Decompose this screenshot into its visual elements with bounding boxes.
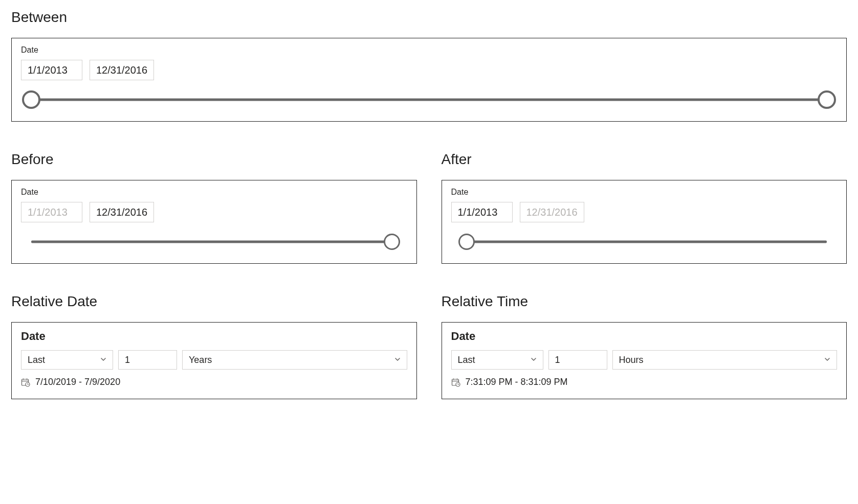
before-after-row: Before Date 1/1/2013 12/31/2016 After Da… xyxy=(11,151,847,264)
between-field-label: Date xyxy=(21,45,837,55)
after-end-date-input: 12/31/2016 xyxy=(520,202,584,222)
between-card: Date 1/1/2013 12/31/2016 xyxy=(11,38,847,122)
before-date-inputs: 1/1/2013 12/31/2016 xyxy=(21,202,407,222)
after-title: After xyxy=(442,151,847,168)
relative-date-range-display: 7/10/2019 - 7/9/2020 xyxy=(21,377,407,387)
before-start-date-input: 1/1/2013 xyxy=(21,202,82,222)
before-card: Date 1/1/2013 12/31/2016 xyxy=(11,180,417,264)
relative-time-controls: Last 1 Hours xyxy=(451,350,838,370)
relative-time-field-label: Date xyxy=(451,330,838,343)
after-slider-track xyxy=(471,241,827,243)
between-slider-handle-start[interactable] xyxy=(22,90,40,109)
relative-time-mode-value: Last xyxy=(458,355,475,365)
calendar-clock-icon xyxy=(21,378,30,387)
after-card: Date 1/1/2013 12/31/2016 xyxy=(442,180,847,264)
before-title: Before xyxy=(11,151,417,168)
between-slider-track xyxy=(31,99,827,101)
relative-time-count-input[interactable]: 1 xyxy=(548,350,607,370)
after-start-date-input[interactable]: 1/1/2013 xyxy=(451,202,513,222)
before-slider-track xyxy=(31,241,388,243)
chevron-down-icon xyxy=(394,356,401,364)
after-date-inputs: 1/1/2013 12/31/2016 xyxy=(451,202,838,222)
after-slider[interactable] xyxy=(451,232,838,252)
relative-time-mode-dropdown[interactable]: Last xyxy=(451,350,543,370)
between-title: Between xyxy=(11,9,847,26)
chevron-down-icon xyxy=(100,356,106,364)
relative-date-section: Relative Date Date Last 1 Years xyxy=(11,293,417,399)
before-end-date-input[interactable]: 12/31/2016 xyxy=(90,202,154,222)
relative-date-unit-dropdown[interactable]: Years xyxy=(182,350,407,370)
before-section: Before Date 1/1/2013 12/31/2016 xyxy=(11,151,417,264)
relative-date-mode-value: Last xyxy=(28,355,45,365)
after-slider-handle[interactable] xyxy=(458,234,475,250)
after-field-label: Date xyxy=(451,188,838,197)
between-section: Between Date 1/1/2013 12/31/2016 xyxy=(11,9,847,122)
before-slider[interactable] xyxy=(21,232,407,252)
relative-time-range-display: 7:31:09 PM - 8:31:09 PM xyxy=(451,377,838,387)
after-section: After Date 1/1/2013 12/31/2016 xyxy=(442,151,847,264)
before-slider-handle[interactable] xyxy=(384,234,400,250)
between-end-date-input[interactable]: 12/31/2016 xyxy=(90,60,154,80)
between-slider[interactable] xyxy=(21,89,837,110)
between-date-inputs: 1/1/2013 12/31/2016 xyxy=(21,60,837,80)
chevron-down-icon xyxy=(824,356,830,364)
relative-date-range-text: 7/10/2019 - 7/9/2020 xyxy=(35,377,120,387)
relative-time-section: Relative Time Date Last 1 Hours xyxy=(442,293,847,399)
relative-time-unit-dropdown[interactable]: Hours xyxy=(612,350,838,370)
between-slider-handle-end[interactable] xyxy=(818,90,836,109)
relative-date-count-input[interactable]: 1 xyxy=(118,350,177,370)
relative-date-card: Date Last 1 Years xyxy=(11,322,417,399)
relative-date-title: Relative Date xyxy=(11,293,417,310)
relative-row: Relative Date Date Last 1 Years xyxy=(11,293,847,399)
relative-date-unit-value: Years xyxy=(189,355,212,365)
relative-date-field-label: Date xyxy=(21,330,407,343)
chevron-down-icon xyxy=(531,356,537,364)
relative-date-controls: Last 1 Years xyxy=(21,350,407,370)
relative-date-mode-dropdown[interactable]: Last xyxy=(21,350,113,370)
relative-time-unit-value: Hours xyxy=(619,355,644,365)
between-start-date-input[interactable]: 1/1/2013 xyxy=(21,60,82,80)
calendar-clock-icon xyxy=(451,378,460,387)
relative-time-title: Relative Time xyxy=(442,293,847,310)
relative-time-range-text: 7:31:09 PM - 8:31:09 PM xyxy=(466,377,568,387)
relative-time-card: Date Last 1 Hours xyxy=(442,322,847,399)
before-field-label: Date xyxy=(21,188,407,197)
